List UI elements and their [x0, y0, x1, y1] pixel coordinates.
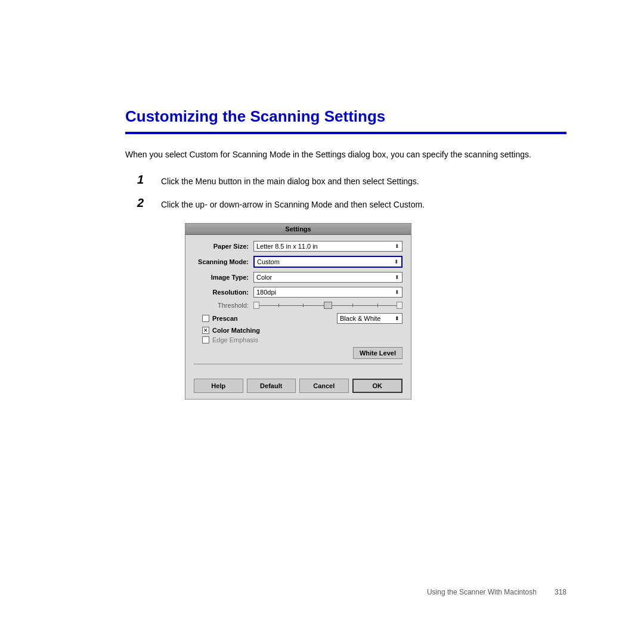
- white-level-button[interactable]: White Level: [353, 347, 402, 359]
- color-matching-label: Color Matching: [212, 327, 260, 334]
- resolution-row: Resolution: 180dpi ⬍: [194, 287, 402, 298]
- footer-right: 318: [555, 588, 566, 596]
- ok-button[interactable]: OK: [352, 379, 403, 393]
- bw-arrow: ⬍: [395, 315, 400, 321]
- default-button[interactable]: Default: [247, 379, 296, 393]
- image-type-row: Image Type: Color ⬍: [194, 272, 402, 283]
- white-level-row: White Level: [194, 347, 402, 359]
- paper-size-row: Paper Size: Letter 8.5 in x 11.0 in ⬍: [194, 241, 402, 252]
- tick-6: [377, 304, 378, 307]
- page-footer: Using the Scanner With Macintosh 318: [427, 588, 566, 596]
- color-matching-row: ✕ Color Matching: [202, 327, 402, 334]
- edge-emphasis-checkbox[interactable]: [202, 336, 209, 343]
- cancel-button[interactable]: Cancel: [299, 379, 349, 393]
- paper-size-label: Paper Size:: [194, 243, 253, 250]
- settings-dialog: Settings Paper Size: Letter 8.5 in x 11.…: [185, 223, 411, 400]
- steps-container: 1 Click the Menu button in the main dial…: [137, 173, 566, 211]
- dialog-buttons: Help Default Cancel OK: [185, 375, 411, 399]
- dialog-title: Settings: [285, 225, 311, 233]
- prescan-checkbox[interactable]: [202, 315, 209, 322]
- color-matching-checkbox[interactable]: ✕: [202, 327, 209, 334]
- step-2-text: Click the up- or down-arrow in Scanning …: [161, 196, 425, 211]
- step-1-text: Click the Menu button in the main dialog…: [161, 173, 419, 188]
- help-button[interactable]: Help: [194, 379, 243, 393]
- threshold-label: Threshold:: [194, 302, 253, 309]
- intro-text: When you select Custom for Scanning Mode…: [125, 148, 566, 161]
- prescan-right: Black & White ⬍: [337, 313, 402, 324]
- resolution-value: 180dpi: [256, 289, 392, 296]
- prescan-row: Prescan Black & White ⬍: [202, 313, 402, 324]
- dialog-box: Settings Paper Size: Letter 8.5 in x 11.…: [185, 223, 411, 400]
- threshold-row: Threshold:: [194, 302, 402, 309]
- tick-3: [303, 304, 304, 307]
- titlebar-lines-right: [314, 227, 408, 231]
- image-type-label: Image Type:: [194, 274, 253, 281]
- prescan-label: Prescan: [212, 315, 238, 322]
- edge-emphasis-row: Edge Emphasis: [202, 336, 402, 343]
- resolution-label: Resolution:: [194, 289, 253, 296]
- slider-thumb-left[interactable]: [253, 302, 259, 309]
- dialog-titlebar: Settings: [185, 224, 411, 235]
- tick-2: [278, 304, 279, 307]
- scanning-mode-arrow: ⬍: [394, 259, 399, 265]
- step-1-number: 1: [137, 173, 161, 187]
- paper-size-arrow: ⬍: [395, 243, 400, 249]
- slider-thumb-right[interactable]: [397, 302, 402, 309]
- step-2: 2 Click the up- or down-arrow in Scannin…: [137, 196, 566, 211]
- step-1: 1 Click the Menu button in the main dial…: [137, 173, 566, 188]
- resolution-select[interactable]: 180dpi ⬍: [253, 287, 402, 298]
- slider-thumb-main[interactable]: [324, 302, 332, 309]
- scanning-mode-row: Scanning Mode: Custom ⬍: [194, 256, 402, 268]
- page-title: Customizing the Scanning Settings: [125, 107, 566, 126]
- scanning-mode-select[interactable]: Custom ⬍: [253, 256, 402, 268]
- footer-text: Using the Scanner With Macintosh 318: [427, 588, 566, 596]
- scanning-mode-label: Scanning Mode:: [194, 258, 253, 265]
- dialog-separator: [194, 364, 402, 364]
- step-2-number: 2: [137, 196, 161, 210]
- bw-select[interactable]: Black & White ⬍: [337, 313, 402, 324]
- paper-size-value: Letter 8.5 in x 11.0 in: [256, 243, 392, 250]
- paper-size-select[interactable]: Letter 8.5 in x 11.0 in ⬍: [253, 241, 402, 252]
- image-type-arrow: ⬍: [395, 274, 400, 280]
- bw-value: Black & White: [340, 315, 380, 322]
- image-type-select[interactable]: Color ⬍: [253, 272, 402, 283]
- edge-emphasis-label: Edge Emphasis: [212, 336, 258, 343]
- titlebar-lines-left: [188, 227, 283, 231]
- dialog-body: Paper Size: Letter 8.5 in x 11.0 in ⬍ Sc…: [185, 235, 411, 375]
- tick-5: [352, 304, 353, 307]
- resolution-arrow: ⬍: [395, 289, 400, 295]
- image-type-value: Color: [256, 274, 392, 281]
- scanning-mode-value: Custom: [257, 258, 392, 265]
- threshold-slider[interactable]: [253, 302, 402, 309]
- prescan-left: Prescan: [202, 315, 337, 322]
- title-underline: [125, 132, 566, 134]
- footer-left: Using the Scanner With Macintosh: [427, 588, 537, 596]
